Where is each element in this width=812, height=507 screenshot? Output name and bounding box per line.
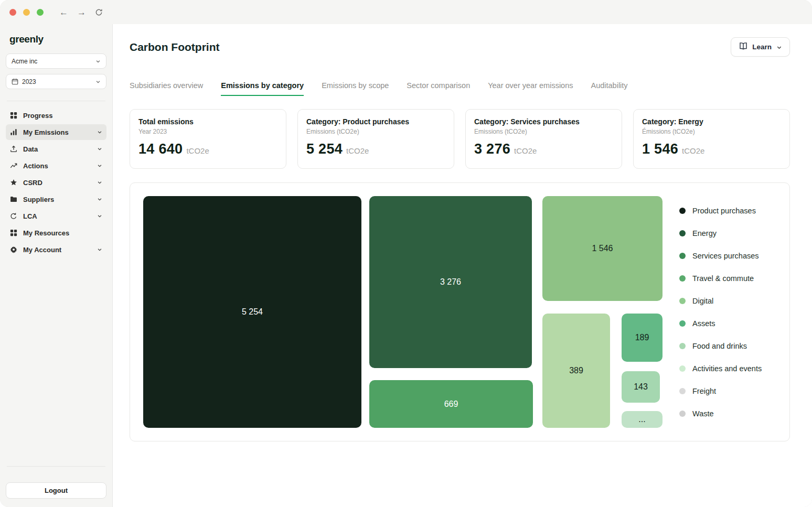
sidebar-item-label: Progress <box>23 112 52 120</box>
back-icon[interactable]: ← <box>59 8 68 17</box>
treemap-block[interactable]: 143 <box>622 371 660 403</box>
legend-item: Product purchases <box>679 199 776 222</box>
bar-chart-icon <box>10 128 18 136</box>
tab-year-over-year-emissions[interactable]: Year over year emissions <box>488 81 573 96</box>
year-selector-value: 2023 <box>22 78 92 85</box>
legend-item: Freight <box>679 380 776 402</box>
sidebar-item-data[interactable]: Data <box>6 141 106 157</box>
legend-dot <box>679 343 686 349</box>
chevron-down-icon <box>776 45 782 50</box>
legend-item: Digital <box>679 289 776 312</box>
stat-card-value: 1 546 <box>642 141 678 157</box>
chevron-down-icon <box>97 180 102 185</box>
sidebar-item-suppliers[interactable]: Suppliers <box>6 191 106 207</box>
tab-subsidiaries-overview[interactable]: Subsidiaries overview <box>130 81 203 96</box>
legend-item: Waste <box>679 402 776 425</box>
sidebar-item-label: LCA <box>23 212 37 220</box>
stat-card-title: Category: Energy <box>642 117 781 126</box>
tab-emissions-by-scope[interactable]: Emissions by scope <box>322 81 389 96</box>
grid-icon <box>10 112 18 119</box>
treemap-chart-card: 5 254 3 276 669 1 546 389 189 143 ... Pr… <box>130 182 790 441</box>
browser-topbar: ← → <box>0 0 812 24</box>
legend-item: Services purchases <box>679 244 776 267</box>
recycle-icon <box>10 212 18 220</box>
logout-button[interactable]: Logout <box>6 482 106 499</box>
tab-auditability[interactable]: Auditability <box>591 81 627 96</box>
stat-cards-row: Total emissions Year 2023 14 640 tCO2e C… <box>130 109 790 169</box>
star-icon <box>10 179 18 186</box>
stat-card-subtitle: Émissions (tCO2e) <box>642 128 781 135</box>
tab-bar: Subsidiaries overview Emissions by categ… <box>130 81 790 96</box>
company-selector-value: Acme inc <box>12 58 92 65</box>
window-controls <box>9 9 44 16</box>
sidebar-item-lca[interactable]: LCA <box>6 208 106 224</box>
sidebar-divider <box>7 466 105 467</box>
sidebar-divider <box>7 101 105 101</box>
reload-icon[interactable] <box>95 8 103 16</box>
tab-emissions-by-category[interactable]: Emissions by category <box>221 81 304 96</box>
treemap-block[interactable]: 669 <box>369 380 533 428</box>
app-window: ← → greenly Acme inc 2023 <box>0 0 812 507</box>
treemap-block[interactable]: 3 276 <box>369 196 532 368</box>
legend-label: Assets <box>692 319 715 328</box>
stat-card-title: Total emissions <box>138 117 277 126</box>
learn-button[interactable]: Learn <box>731 37 790 57</box>
stat-card-subtitle: Year 2023 <box>138 128 277 135</box>
year-selector[interactable]: 2023 <box>6 74 106 89</box>
stat-card-services-purchases: Category: Services purchases Emissions (… <box>465 109 622 169</box>
main-content: Carbon Footprint Learn Subsidiaries over… <box>113 24 812 507</box>
chevron-down-icon <box>97 163 102 168</box>
tab-sector-comparison[interactable]: Sector comparison <box>407 81 470 96</box>
legend-dot <box>679 411 686 417</box>
forward-icon[interactable]: → <box>77 8 86 17</box>
legend-label: Freight <box>692 387 716 395</box>
close-window-button[interactable] <box>9 9 16 16</box>
chevron-down-icon <box>95 59 101 64</box>
upload-icon <box>10 145 18 153</box>
stat-card-energy: Category: Energy Émissions (tCO2e) 1 546… <box>633 109 790 169</box>
folder-icon <box>10 196 18 203</box>
treemap-block[interactable]: 5 254 <box>143 196 361 428</box>
sidebar-nav: Progress My Emissions Data <box>6 107 106 257</box>
legend-label: Services purchases <box>692 252 759 260</box>
chevron-down-icon <box>97 213 102 219</box>
legend-item: Travel & commute <box>679 267 776 289</box>
treemap-legend: Product purchases Energy Services purcha… <box>663 196 776 428</box>
stat-card-unit: tCO2e <box>346 146 369 155</box>
sidebar-item-label: My Account <box>23 246 61 254</box>
calendar-icon <box>12 78 18 85</box>
page-title: Carbon Footprint <box>130 41 219 53</box>
stat-card-subtitle: Emissions (tCO2e) <box>474 128 613 135</box>
treemap-block[interactable]: 189 <box>622 314 663 362</box>
stat-card-title: Category: Product purchases <box>306 117 445 126</box>
legend-dot <box>679 388 686 394</box>
legend-item: Food and drinks <box>679 335 776 357</box>
legend-label: Food and drinks <box>692 342 747 350</box>
legend-dot <box>679 253 686 259</box>
legend-label: Product purchases <box>692 207 756 215</box>
legend-label: Digital <box>692 297 713 305</box>
chevron-down-icon <box>97 247 102 252</box>
treemap-block[interactable]: ... <box>622 411 663 428</box>
sidebar-item-my-emissions[interactable]: My Emissions <box>6 124 106 140</box>
learn-button-label: Learn <box>752 43 772 51</box>
treemap-block[interactable]: 389 <box>542 314 610 428</box>
sidebar-item-csrd[interactable]: CSRD <box>6 175 106 190</box>
treemap-block[interactable]: 1 546 <box>542 196 663 301</box>
chevron-down-icon <box>97 197 102 202</box>
sidebar-item-progress[interactable]: Progress <box>6 107 106 123</box>
greenly-logo: greenly <box>6 30 106 53</box>
sidebar-item-my-resources[interactable]: My Resources <box>6 225 106 241</box>
sidebar-item-label: CSRD <box>23 179 42 187</box>
legend-dot <box>679 298 686 304</box>
company-selector[interactable]: Acme inc <box>6 53 106 69</box>
minimize-window-button[interactable] <box>23 9 30 16</box>
legend-label: Energy <box>692 229 717 238</box>
chevron-down-icon <box>95 79 101 84</box>
stat-card-unit: tCO2e <box>682 146 704 155</box>
sidebar-item-actions[interactable]: Actions <box>6 158 106 174</box>
gear-icon <box>10 246 18 253</box>
maximize-window-button[interactable] <box>37 9 44 16</box>
sidebar-item-my-account[interactable]: My Account <box>6 242 106 257</box>
legend-dot <box>679 208 686 214</box>
